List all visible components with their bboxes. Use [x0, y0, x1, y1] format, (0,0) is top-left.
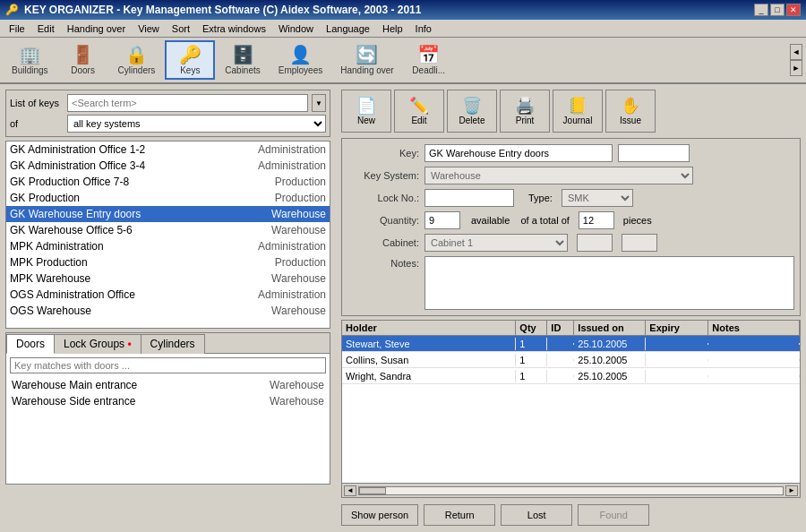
details-panel: Key: Key System: Warehouse Lock No.: Typ…	[341, 138, 801, 316]
menu-view[interactable]: View	[133, 22, 165, 35]
menu-sort[interactable]: Sort	[167, 22, 195, 35]
search-area: List of keys ▼ of all key systems	[5, 90, 330, 137]
menu-help[interactable]: Help	[377, 22, 408, 35]
toolbar-doors[interactable]: 🚪 Doors	[58, 40, 108, 80]
main-toolbar: 🏢 Buildings 🚪 Doors 🔒 Cylinders 🔑 Keys 🗄…	[0, 38, 806, 84]
quantity-input[interactable]	[424, 211, 460, 229]
handing-over-label: Handing over	[340, 65, 393, 75]
cabinet-extra2-input[interactable]	[622, 234, 657, 252]
edit-button[interactable]: ✏️ Edit	[394, 90, 444, 133]
menu-extra-windows[interactable]: Extra windows	[197, 22, 271, 35]
toolbar-handing-over[interactable]: 🔄 Handing over	[332, 40, 401, 80]
toolbar-scroll-right[interactable]: ►	[790, 60, 802, 76]
list-item-selected[interactable]: GK Warehouse Entry doors Warehouse	[6, 206, 330, 222]
handing-over-icon: 🔄	[356, 46, 378, 64]
list-item[interactable]: MPK Production Production	[6, 254, 330, 270]
menu-edit[interactable]: Edit	[32, 22, 60, 35]
journal-button[interactable]: 📒 Journal	[553, 90, 603, 133]
table-row[interactable]: Stewart, Steve 1 25.10.2005	[342, 336, 800, 352]
return-button[interactable]: Return	[424, 504, 495, 526]
list-item[interactable]: GK Administration Office 1-2 Administrat…	[6, 142, 330, 158]
tab-lock-groups[interactable]: Lock Groups •	[54, 334, 141, 354]
toolbar-deadlines[interactable]: 📅 Deadli...	[404, 40, 454, 80]
journal-icon: 📒	[568, 98, 587, 114]
list-item[interactable]: OGS Administration Office Administration	[6, 287, 330, 303]
issue-icon: ✋	[621, 98, 640, 114]
print-icon: 🖨️	[515, 98, 535, 114]
tab-doors[interactable]: Doors	[6, 334, 55, 354]
maximize-button[interactable]: □	[770, 4, 785, 16]
th-holder: Holder	[342, 321, 516, 335]
search-input[interactable]	[67, 94, 308, 112]
door-list-item[interactable]: Warehouse Side entrance Warehouse	[10, 393, 326, 409]
notes-label: Notes:	[347, 258, 419, 269]
cabinet-row: Cabinet: Cabinet 1	[347, 234, 794, 252]
quantity-label: Quantity:	[347, 215, 419, 226]
list-item[interactable]: OGS Warehouse Warehouse	[6, 303, 330, 319]
tab-cylinders[interactable]: Cylinders	[141, 334, 205, 354]
type-dropdown[interactable]: SMK	[562, 189, 633, 207]
notes-row: Notes:	[347, 256, 794, 310]
list-item[interactable]: GK Production Production	[6, 190, 330, 206]
issue-button[interactable]: ✋ Issue	[605, 90, 656, 133]
toolbar-cabinets[interactable]: 🗄️ Cabinets	[217, 40, 268, 80]
search-row-2: of all key systems	[10, 115, 326, 133]
table-horizontal-scrollbar[interactable]: ◄ ►	[342, 483, 800, 497]
key-system-label: Key System:	[347, 170, 419, 181]
key-system-dropdown[interactable]: Warehouse	[424, 167, 693, 184]
list-item[interactable]: GK Warehouse Office 5-6 Warehouse	[6, 222, 330, 238]
key-value-input[interactable]	[424, 144, 613, 162]
door-list-item[interactable]: Warehouse Main entrance Warehouse	[10, 377, 326, 393]
system-dropdown[interactable]: all key systems	[67, 115, 326, 133]
list-item[interactable]: GK Production Office 7-8 Production	[6, 174, 330, 190]
list-item[interactable]: MPK Warehouse Warehouse	[6, 270, 330, 287]
found-button[interactable]: Found	[578, 504, 649, 526]
toolbar-scroll-left[interactable]: ◄	[790, 44, 802, 60]
scroll-track[interactable]	[358, 486, 784, 495]
close-button[interactable]: ✕	[786, 4, 801, 16]
cabinet-dropdown[interactable]: Cabinet 1	[424, 234, 568, 252]
menu-language[interactable]: Language	[321, 22, 375, 35]
minimize-button[interactable]: _	[754, 4, 768, 16]
cabinet-extra1-input[interactable]	[577, 234, 613, 252]
list-item[interactable]: MPK Administration Administration	[6, 238, 330, 254]
list-item[interactable]: GK Administration Office 3-4 Administrat…	[6, 158, 330, 174]
toolbar-keys[interactable]: 🔑 Keys	[165, 40, 215, 80]
of-label: of	[10, 118, 64, 129]
total-input[interactable]	[579, 211, 614, 229]
delete-button[interactable]: 🗑️ Delete	[447, 90, 497, 133]
table-header: Holder Qty ID Issued on Expiry Notes	[342, 321, 800, 336]
menu-info[interactable]: Info	[410, 22, 437, 35]
new-icon: 📄	[356, 98, 376, 114]
menu-window[interactable]: Window	[273, 22, 319, 35]
key-extra-input[interactable]	[618, 144, 690, 162]
th-id: ID	[547, 321, 574, 335]
menu-handing-over[interactable]: Handing over	[62, 22, 131, 35]
bottom-buttons: Show person Return Lost Found	[341, 502, 801, 528]
deadlines-label: Deadli...	[412, 65, 445, 75]
scroll-thumb[interactable]	[359, 487, 386, 494]
toolbar-cylinders[interactable]: 🔒 Cylinders	[110, 40, 164, 80]
new-button[interactable]: 📄 New	[341, 90, 391, 133]
lost-button[interactable]: Lost	[501, 504, 572, 526]
table-row[interactable]: Collins, Susan 1 25.10.2005	[342, 352, 800, 368]
cabinet-label: Cabinet:	[347, 237, 419, 248]
key-list[interactable]: GK Administration Office 1-2 Administrat…	[5, 141, 330, 329]
window-controls[interactable]: _ □ ✕	[754, 4, 801, 16]
notes-textarea[interactable]	[424, 256, 794, 310]
door-search-input[interactable]	[10, 357, 326, 373]
th-issued: Issued on	[574, 321, 646, 335]
scroll-right-btn[interactable]: ►	[785, 485, 798, 496]
toolbar-scroll[interactable]: ◄ ►	[790, 44, 802, 76]
toolbar-buildings[interactable]: 🏢 Buildings	[4, 40, 56, 80]
search-dropdown-arrow[interactable]: ▼	[312, 94, 326, 112]
table-row[interactable]: Wright, Sandra 1 25.10.2005	[342, 368, 800, 384]
print-button[interactable]: 🖨️ Print	[500, 90, 550, 133]
toolbar-employees[interactable]: 👤 Employees	[270, 40, 330, 80]
keys-label: Keys	[180, 65, 200, 75]
keys-icon: 🔑	[179, 46, 202, 64]
scroll-left-btn[interactable]: ◄	[344, 485, 356, 496]
show-person-button[interactable]: Show person	[341, 504, 418, 526]
lock-no-input[interactable]	[424, 189, 514, 207]
menu-file[interactable]: File	[4, 22, 30, 35]
